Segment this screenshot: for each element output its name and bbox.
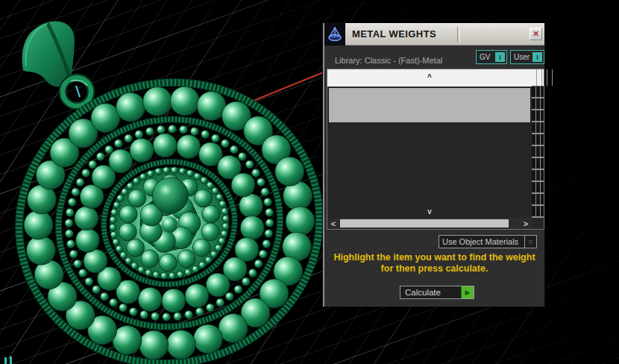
cell-dwt: 3.13 bbox=[541, 182, 544, 192]
instruction-text: Highlight the item you want to find the … bbox=[324, 252, 544, 274]
cell-dwt: 2.78 bbox=[541, 170, 544, 181]
scroll-up-icon[interactable]: ^ bbox=[327, 69, 532, 87]
gv-toggle-button[interactable]: GV I bbox=[476, 50, 507, 64]
scroll-left-icon[interactable]: < bbox=[327, 219, 339, 228]
cell-dwt: 2.69 bbox=[541, 158, 544, 169]
horizontal-scrollbar[interactable]: < > bbox=[327, 218, 532, 229]
scroll-down-icon[interactable]: v bbox=[327, 207, 532, 218]
calculate-label: Calculate bbox=[400, 288, 461, 297]
table-row[interactable]: Yellow Gold 22KY:1...5.833.7515.41 bbox=[532, 194, 544, 206]
hscroll-track[interactable] bbox=[339, 219, 520, 228]
gv-indicator-icon: I bbox=[495, 52, 505, 62]
table-row[interactable]: Yellow Gold:9KY4.192.6911.08 bbox=[532, 87, 544, 98]
user-toggle-button[interactable]: User I bbox=[510, 50, 544, 64]
cell-dwt: 3.75 bbox=[541, 194, 544, 204]
table-row[interactable]: Yellow Gold 22KY:1...4.332.7811.45 bbox=[532, 170, 544, 182]
hscroll-thumb[interactable] bbox=[340, 219, 509, 228]
calculate-arrow-icon: ▶ bbox=[461, 286, 474, 298]
app-window: METAL WEIGHTS ✕ Library: Classic - (Fast… bbox=[0, 0, 619, 364]
table-row[interactable]: Yellow Gold 22KY:1...5.833.7515.41 bbox=[532, 206, 544, 218]
cell-dwt: 3.75 bbox=[541, 206, 544, 216]
gem-app-icon bbox=[324, 23, 345, 46]
titlebar-groove bbox=[457, 27, 460, 43]
dropdown-knob-icon: ○ bbox=[524, 236, 536, 248]
table-row[interactable]: Yellow Gold:18KY5.833.7515.41 bbox=[532, 122, 544, 134]
cell-dwt: 2.69 bbox=[541, 87, 544, 97]
table-row[interactable]: Yellow Gold:14KY4.873.1312.88 bbox=[532, 110, 544, 122]
dialog-titlebar[interactable]: METAL WEIGHTS ✕ bbox=[324, 23, 544, 46]
vscroll-track[interactable] bbox=[327, 87, 532, 207]
metals-table: MetalGramsDWTSPG ^ v Yellow Gold:9KY4.19… bbox=[327, 69, 544, 230]
column-header-dwt: DWT bbox=[542, 69, 547, 86]
dialog-title: METAL WEIGHTS bbox=[352, 28, 436, 40]
user-label: User bbox=[511, 53, 532, 61]
table-header-row: MetalGramsDWTSPG bbox=[532, 69, 544, 87]
table-row[interactable]: Yellow Gold:18KY R...5.833.7515.41 bbox=[532, 134, 544, 146]
scroll-right-icon[interactable]: > bbox=[520, 219, 532, 228]
column-header-grams: Grams bbox=[537, 69, 542, 86]
cell-dwt: 2.78 bbox=[541, 98, 544, 109]
table-row[interactable]: Yellow Gold 22KY:1...4.873.1312.88 bbox=[532, 182, 544, 194]
cell-dwt: 3.75 bbox=[541, 134, 544, 145]
scrollbar-corner bbox=[532, 218, 544, 229]
pendant-bail bbox=[22, 21, 91, 106]
close-icon[interactable]: ✕ bbox=[530, 28, 542, 40]
materials-dropdown-value: Use Object Materials bbox=[439, 237, 524, 246]
column-header-spg: SPG bbox=[547, 69, 553, 86]
vertical-scrollbar[interactable]: ^ v bbox=[327, 69, 532, 218]
table-row[interactable]: Yellow Gold 22KY:9KY4.192.6911.08 bbox=[532, 158, 544, 170]
titlebar-surface: METAL WEIGHTS ✕ bbox=[345, 23, 544, 46]
table-row[interactable]: Yellow Gold:22KY6.764.3517.89 bbox=[532, 146, 544, 158]
cell-dwt: 4.35 bbox=[541, 146, 544, 157]
metal-weights-dialog: METAL WEIGHTS ✕ Library: Classic - (Fast… bbox=[323, 23, 544, 307]
calculate-button[interactable]: Calculate ▶ bbox=[400, 286, 474, 299]
user-indicator-icon: I bbox=[532, 52, 542, 62]
library-label: Library: Classic - (Fast)-Metal bbox=[335, 56, 442, 65]
vscroll-thumb[interactable] bbox=[329, 88, 530, 122]
table-row[interactable]: Yellow Gold:10KY4.332.7811.45 bbox=[532, 98, 544, 110]
materials-dropdown[interactable]: Use Object Materials ○ bbox=[439, 235, 537, 248]
pendant-model[interactable] bbox=[0, 54, 346, 364]
cell-dwt: 3.75 bbox=[541, 122, 544, 133]
column-header-metal: Metal bbox=[532, 69, 537, 86]
cell-dwt: 3.13 bbox=[541, 110, 544, 121]
instruction-line-2: for then press calculate. bbox=[324, 263, 544, 274]
gv-label: GV bbox=[477, 53, 495, 61]
table-body: Yellow Gold:9KY4.192.6911.08Yellow Gold:… bbox=[532, 87, 544, 218]
cplane-axis-icon bbox=[4, 357, 12, 364]
instruction-line-1: Highlight the item you want to find the … bbox=[324, 252, 544, 263]
